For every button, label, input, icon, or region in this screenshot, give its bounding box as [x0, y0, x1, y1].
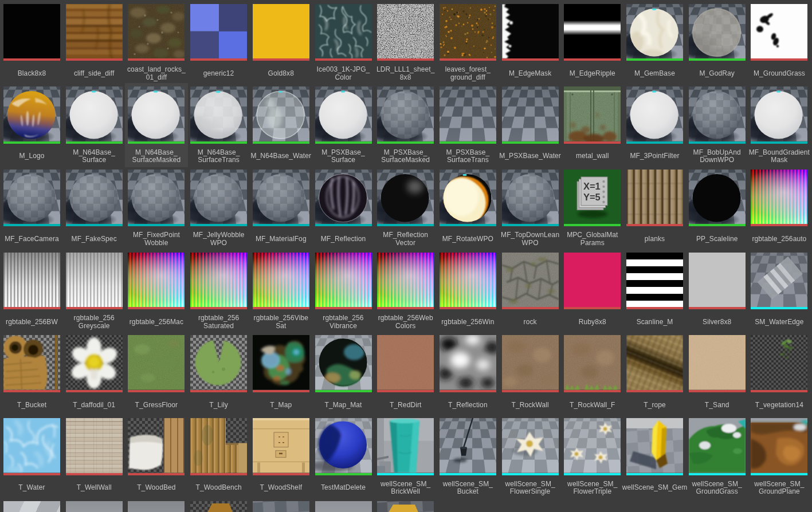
svg-text:X=1: X=1 [583, 181, 601, 191]
svg-text:Y=5: Y=5 [583, 192, 601, 202]
